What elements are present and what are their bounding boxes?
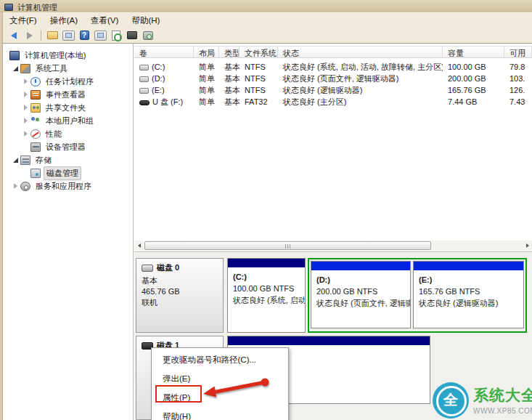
back-icon[interactable]	[7, 30, 20, 41]
collapsed-arrow-icon[interactable]	[22, 118, 29, 124]
watermark: 全 系统大全 WWW.XP85.COM	[433, 382, 532, 420]
tree-item-local-users-groups[interactable]: 本地用户和组	[3, 114, 133, 127]
collapsed-arrow-icon[interactable]	[12, 183, 19, 189]
collapsed-arrow-icon[interactable]	[22, 78, 29, 84]
tree-item-services-applications[interactable]: 服务和应用程序	[3, 179, 133, 193]
primary-partition-strip	[228, 259, 305, 267]
logical-drive-strip	[414, 262, 523, 270]
disk0-label-box[interactable]: 磁盘 0 基本 465.76 GB 联机	[136, 258, 224, 333]
column-header-layout[interactable]: 布局	[194, 47, 219, 57]
tree-item-performance[interactable]: 性能	[3, 127, 133, 140]
expanded-arrow-icon[interactable]	[12, 66, 19, 71]
watermark-url: WWW.XP85.COM	[473, 407, 532, 415]
watermark-title: 系统大全	[473, 385, 532, 405]
usb-drive-icon	[139, 100, 150, 105]
title-bar[interactable]: 计算机管理	[0, 0, 532, 12]
tree-item-event-viewer[interactable]: 事件查看器	[3, 88, 133, 101]
briefcase-icon[interactable]	[126, 30, 139, 41]
column-header-type[interactable]: 类型	[219, 47, 240, 57]
help-icon[interactable]: ?	[78, 30, 91, 41]
menu-item-change-drive-letter[interactable]: 更改驱动器号和路径(C)...	[152, 350, 288, 369]
storage-icon	[20, 156, 30, 165]
column-header-capacity[interactable]: 容量	[443, 47, 504, 57]
menu-file[interactable]: 文件(F)	[3, 13, 44, 28]
table-row-volume-f[interactable]: U 盘 (F:) 简单 基本 FAT32 状态良好 (主分区) 7.44 GB …	[134, 96, 532, 108]
device-manager-icon	[30, 142, 41, 152]
menu-action[interactable]: 操作(A)	[44, 13, 84, 28]
clock-icon	[30, 77, 41, 86]
window-title: 计算机管理	[17, 2, 57, 13]
collapsed-arrow-icon[interactable]	[22, 105, 29, 110]
table-row-volume-c[interactable]: (C:) 简单 基本 NTFS 状态良好 (系统, 启动, 活动, 故障转储, …	[134, 61, 532, 73]
column-header-status[interactable]: 状态	[278, 47, 443, 57]
extended-partition-box: (D:) 200.00 GB NTFS 状态良好 (页面文件, 逻辑驱 (E:)…	[308, 258, 527, 333]
disk-management-icon	[30, 169, 41, 178]
context-menu: 更改驱动器号和路径(C)... 弹出(E) 属性(P) 帮助(H)	[151, 347, 289, 420]
table-row-volume-e[interactable]: (E:) 简单 基本 NTFS 状态良好 (逻辑驱动器) 165.76 GB 1…	[134, 84, 532, 96]
app-icon	[4, 4, 13, 11]
primary-partition-strip	[228, 336, 430, 345]
tools-icon	[20, 64, 30, 73]
tree-item-task-scheduler[interactable]: 任务计划程序	[3, 75, 133, 88]
tree-item-shared-folders[interactable]: 共享文件夹	[3, 101, 133, 114]
drive-icon	[139, 88, 149, 94]
expanded-arrow-icon[interactable]	[12, 158, 19, 163]
drive-icon	[139, 65, 149, 70]
watermark-logo-icon: 全	[433, 382, 469, 419]
collapsed-arrow-icon[interactable]	[22, 92, 29, 97]
computer-icon	[9, 51, 20, 60]
partition-c[interactable]: (C:) 100.00 GB NTFS 状态良好 (系统, 启动, 活动	[227, 258, 306, 333]
computer-management-window: 计算机管理 文件(F) 操作(A) 查看(V) 帮助(H) ? 计算机管理(本地…	[0, 0, 532, 420]
annotation-highlight-rect	[155, 385, 202, 403]
scrollbar-thumb[interactable]	[144, 241, 431, 250]
tree-item-computer-management[interactable]: 计算机管理(本地)	[3, 49, 133, 62]
disk-icon	[142, 264, 153, 272]
services-icon	[20, 182, 30, 191]
partition-e[interactable]: (E:) 165.76 GB NTFS 状态良好 (逻辑驱动器)	[413, 261, 524, 328]
event-log-icon	[30, 90, 41, 100]
menu-view[interactable]: 查看(V)	[84, 13, 125, 28]
gear-icon[interactable]	[142, 30, 155, 41]
folder-icon[interactable]	[46, 30, 59, 41]
selected-tree-label: 磁盘管理	[44, 166, 81, 180]
users-icon	[30, 116, 41, 126]
tree-item-storage[interactable]: 存储	[3, 153, 133, 166]
console-window-icon[interactable]	[62, 30, 75, 41]
volume-table-header: 卷 布局 类型 文件系统 状态 容量 可用	[134, 46, 532, 58]
forward-icon[interactable]	[23, 30, 36, 41]
menu-help[interactable]: 帮助(H)	[125, 13, 166, 28]
column-header-volume[interactable]: 卷	[134, 47, 194, 57]
volume-list-pane: 卷 布局 类型 文件系统 状态 容量 可用 (C:) 简单 基本 NTFS 状态…	[134, 44, 532, 252]
horizontal-scrollbar[interactable]	[134, 241, 532, 251]
scroll-right-icon[interactable]	[523, 241, 532, 251]
toolbar: ?	[3, 28, 532, 44]
drive-icon	[139, 76, 149, 82]
console-tree: 计算机管理(本地) 系统工具 任务计划程序 事件查看器 共享文件夹 本地用户和组	[3, 44, 134, 420]
collapsed-arrow-icon[interactable]	[22, 131, 29, 137]
column-header-free[interactable]: 可用	[504, 47, 532, 57]
refresh-icon[interactable]	[110, 30, 123, 41]
tree-item-device-manager[interactable]: 设备管理器	[3, 140, 133, 153]
logical-drive-strip	[311, 262, 410, 270]
column-header-filesystem[interactable]: 文件系统	[240, 47, 278, 57]
table-row-volume-d[interactable]: (D:) 简单 基本 NTFS 状态良好 (页面文件, 逻辑驱动器) 200.0…	[134, 73, 532, 84]
tree-item-disk-management[interactable]: 磁盘管理	[3, 166, 133, 179]
scroll-left-icon[interactable]	[134, 241, 144, 251]
tree-item-system-tools[interactable]: 系统工具	[3, 62, 133, 75]
toolbar-separator	[41, 31, 41, 41]
menu-bar: 文件(F) 操作(A) 查看(V) 帮助(H)	[3, 12, 532, 28]
performance-icon	[30, 129, 41, 139]
partition-d[interactable]: (D:) 200.00 GB NTFS 状态良好 (页面文件, 逻辑驱	[311, 261, 411, 328]
console-window-icon[interactable]	[94, 30, 107, 41]
menu-item-help[interactable]: 帮助(H)	[152, 407, 288, 420]
scrollbar-track[interactable]	[144, 241, 523, 251]
shared-folder-icon	[30, 103, 41, 113]
